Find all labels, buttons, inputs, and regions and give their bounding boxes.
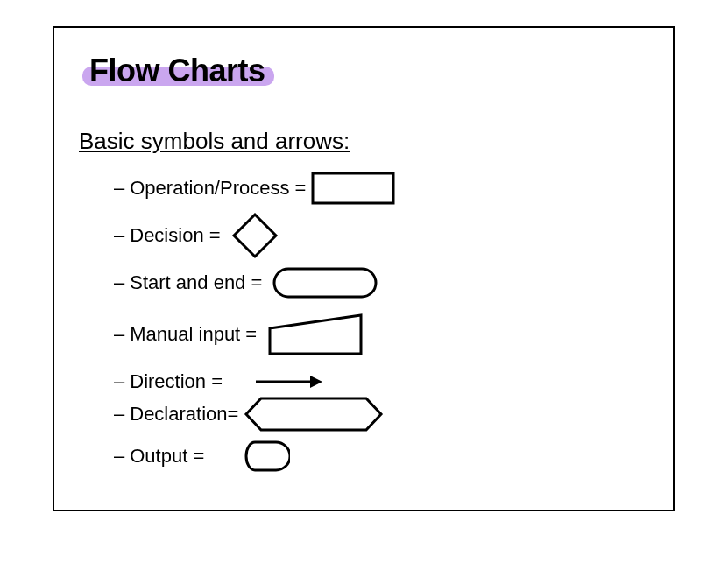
symbol-list: – Operation/Process = – Decision = – Sta… <box>114 171 648 474</box>
diamond-icon <box>231 212 279 259</box>
arrow-icon <box>254 373 324 391</box>
list-item: – Operation/Process = <box>114 171 648 206</box>
manual-input-icon <box>267 313 364 356</box>
bullet-dash: – <box>114 403 124 426</box>
list-item: – Declaration= <box>114 397 648 432</box>
list-item: – Direction = <box>114 369 648 395</box>
bullet-dash: – <box>114 370 124 393</box>
svg-rect-0 <box>313 173 393 203</box>
terminator-icon <box>272 267 378 299</box>
list-item: – Start and end = <box>114 265 648 300</box>
item-label: Direction = <box>130 370 228 393</box>
item-label: Manual input = <box>130 323 262 346</box>
item-label: Decision = <box>130 224 225 247</box>
svg-marker-6 <box>246 398 381 430</box>
list-item: – Decision = <box>114 218 648 253</box>
bullet-dash: – <box>114 323 124 346</box>
bullet-dash: – <box>114 445 124 468</box>
page: Flow Charts Basic symbols and arrows: – … <box>0 0 728 584</box>
list-item: – Output = <box>114 439 648 474</box>
bullet-dash: – <box>114 224 124 247</box>
slide-subtitle: Basic symbols and arrows: <box>79 128 648 155</box>
slide-title: Flow Charts <box>89 53 265 89</box>
svg-marker-3 <box>270 315 361 354</box>
svg-rect-2 <box>274 269 376 297</box>
item-label: Start and end = <box>130 271 267 294</box>
list-item: – Manual input = <box>114 313 648 356</box>
bullet-dash: – <box>114 177 124 200</box>
svg-marker-5 <box>310 376 322 388</box>
hexagon-icon <box>244 396 384 433</box>
item-label: Declaration= <box>130 403 238 426</box>
display-icon <box>244 440 290 473</box>
title-wrap: Flow Charts <box>89 53 265 89</box>
item-label: Operation/Process = <box>130 177 306 200</box>
svg-marker-1 <box>234 215 276 257</box>
slide-frame: Flow Charts Basic symbols and arrows: – … <box>53 26 675 511</box>
item-label: Output = <box>130 445 209 468</box>
bullet-dash: – <box>114 271 124 294</box>
rectangle-icon <box>311 172 395 205</box>
